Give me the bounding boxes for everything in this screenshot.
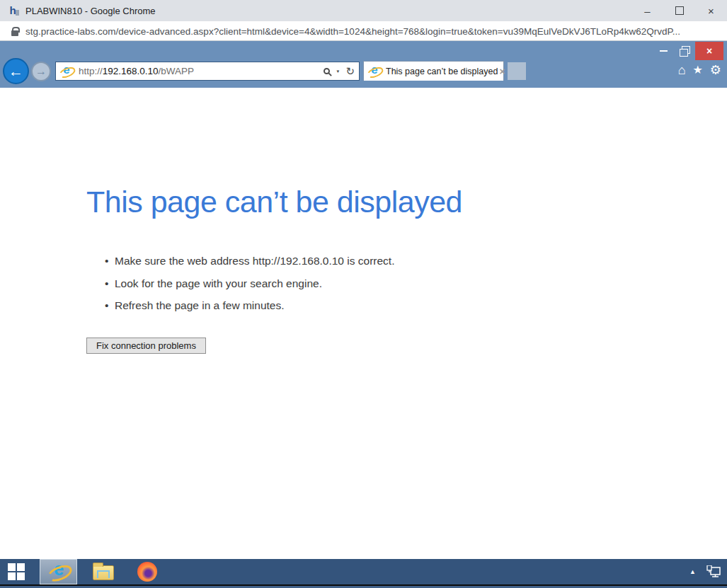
chrome-close-button[interactable]: ×: [695, 0, 727, 21]
list-item: Refresh the page in a few minutes.: [115, 299, 394, 312]
ie-minimize-button[interactable]: [653, 42, 674, 60]
chevron-down-icon[interactable]: ▼: [336, 69, 340, 74]
chrome-url-bar[interactable]: stg.practice-labs.com/device-advanced.as…: [0, 21, 727, 41]
home-icon[interactable]: ⌂: [678, 64, 686, 76]
remote-desktop: × ← → http://192.168.0.10/bWAPP ▼ ↻ This…: [0, 41, 727, 584]
practice-labs-favicon: h: [7, 5, 18, 16]
taskbar-item-internet-explorer[interactable]: [40, 559, 77, 584]
search-icon[interactable]: [324, 68, 330, 74]
ie-title-and-nav-bar: × ← → http://192.168.0.10/bWAPP ▼ ↻ This…: [0, 41, 727, 88]
ie-tab[interactable]: This page can’t be displayed ×: [363, 61, 504, 81]
taskbar-item-firefox[interactable]: [130, 559, 165, 584]
ie-address-bar[interactable]: http://192.168.0.10/bWAPP ▼ ↻: [55, 62, 360, 81]
ie-icon: [368, 65, 381, 78]
ie-close-button[interactable]: ×: [695, 42, 723, 60]
ie-toolbar-icons: ⌂ ★ ⚙: [678, 64, 721, 76]
system-tray: ▲: [689, 559, 721, 584]
address-bar-tools: ▼ ↻: [324, 65, 355, 78]
taskbar-item-file-explorer[interactable]: [86, 559, 121, 584]
ie-address-text[interactable]: http://192.168.0.10/bWAPP: [79, 66, 321, 76]
ssl-lock-icon[interactable]: [11, 30, 18, 36]
new-tab-button[interactable]: [508, 62, 526, 80]
ie-icon: [49, 563, 68, 582]
ie-restore-button[interactable]: [674, 42, 695, 60]
chrome-titlebar: h PLABWIN810 - Google Chrome – ×: [0, 0, 727, 21]
address-host: 192.168.0.10: [103, 66, 159, 76]
ie-forward-button[interactable]: →: [31, 62, 51, 81]
ie-window-controls: ×: [653, 41, 723, 61]
refresh-icon[interactable]: ↻: [345, 65, 355, 78]
favorites-star-icon[interactable]: ★: [693, 64, 703, 76]
list-item: Make sure the web address http://192.168…: [115, 255, 394, 267]
address-protocol: http://: [79, 66, 103, 76]
start-button[interactable]: [0, 559, 33, 584]
firefox-icon: [137, 562, 157, 582]
network-icon[interactable]: [706, 565, 721, 578]
windows-taskbar: ▲: [0, 559, 727, 584]
address-path: /bWAPP: [159, 66, 195, 76]
file-explorer-icon: [93, 565, 114, 580]
tab-close-icon[interactable]: ×: [498, 66, 506, 77]
ie-back-button[interactable]: ←: [3, 58, 29, 84]
windows-logo-icon: [8, 563, 25, 580]
tab-title: This page can’t be displayed: [386, 67, 498, 76]
list-item: Look for the page with your search engin…: [115, 277, 394, 290]
gear-icon[interactable]: ⚙: [710, 64, 721, 76]
chrome-maximize-button[interactable]: [663, 0, 695, 21]
error-suggestions-list: Make sure the web address http://192.168…: [115, 255, 394, 322]
screen: h PLABWIN810 - Google Chrome – × stg.pra…: [0, 0, 727, 588]
error-page-title: This page can’t be displayed: [86, 185, 462, 219]
chrome-minimize-button[interactable]: –: [631, 0, 663, 21]
ie-icon: [60, 65, 73, 78]
fix-connection-problems-button[interactable]: Fix connection problems: [86, 338, 206, 354]
ie-error-page: This page can’t be displayed Make sure t…: [0, 88, 727, 559]
chrome-window-title: PLABWIN810 - Google Chrome: [25, 6, 156, 16]
chrome-window-controls: – ×: [631, 0, 727, 21]
chrome-url-text[interactable]: stg.practice-labs.com/device-advanced.as…: [25, 26, 680, 37]
show-hidden-icons-arrow[interactable]: ▲: [689, 568, 696, 575]
